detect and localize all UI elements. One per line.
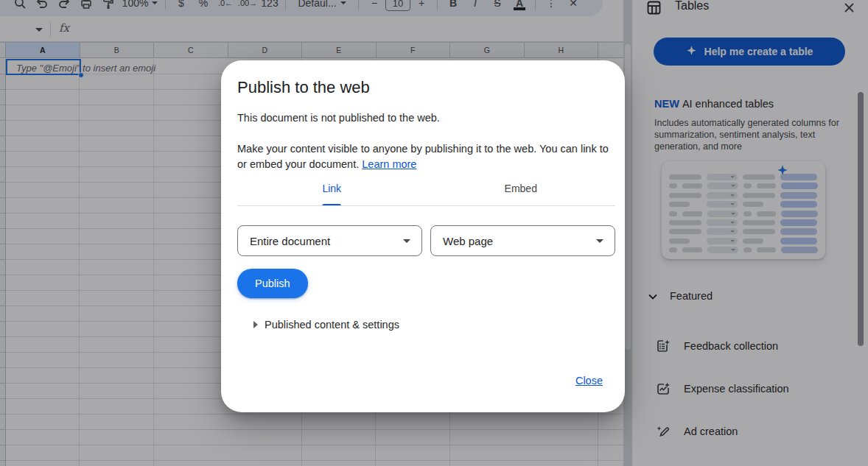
publish-description: Make your content visible to anyone by p… [237,141,609,172]
publish-button[interactable]: Publish [237,269,308,298]
publish-to-web-dialog: Publish to the web This document is not … [221,60,625,412]
chevron-down-icon [596,239,603,243]
learn-more-link[interactable]: Learn more [362,158,416,170]
published-content-dropdown[interactable]: Entire document [237,225,422,256]
dialog-close-button[interactable]: Close [575,375,603,386]
tab-link[interactable]: Link [237,178,427,206]
tabs-divider [237,205,615,206]
dialog-title: Publish to the web [237,78,370,97]
publish-status-text: This document is not published to the we… [237,112,440,124]
publish-format-dropdown[interactable]: Web page [430,225,615,256]
chevron-down-icon [403,239,410,243]
expander-arrow-icon [253,321,258,328]
published-content-settings-expander[interactable]: Published content & settings [253,319,399,331]
tab-embed[interactable]: Embed [427,178,616,206]
publish-tabs: Link Embed [237,178,615,206]
